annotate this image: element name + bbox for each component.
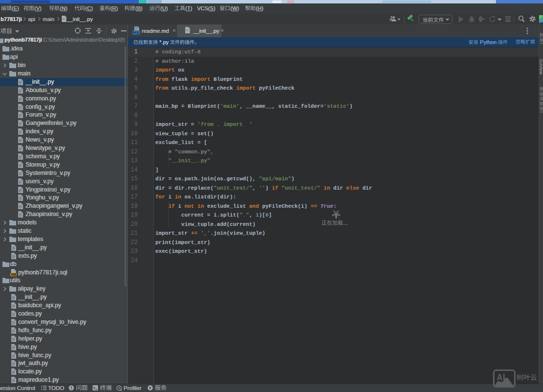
svg-text:SQL: SQL: [11, 273, 17, 276]
